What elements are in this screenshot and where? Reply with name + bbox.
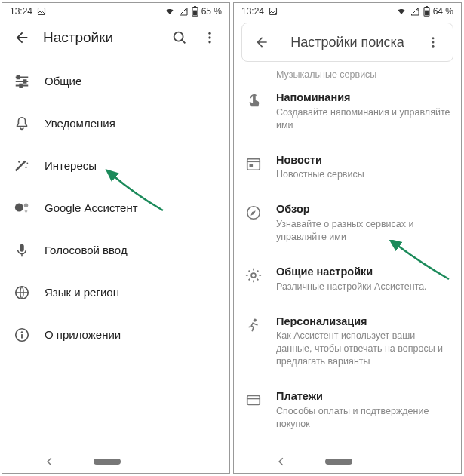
tune-icon <box>13 72 31 91</box>
item-title: Персонализация <box>276 315 450 329</box>
item-label: Google Ассистент <box>45 201 219 216</box>
svg-rect-3 <box>194 6 196 8</box>
item-subtitle: Новостные сервисы <box>276 168 450 181</box>
info-icon <box>13 326 31 344</box>
clock: 13:24 <box>10 6 32 17</box>
settings-item-reminders[interactable]: Напоминания Создавайте напоминания и упр… <box>234 80 461 143</box>
svg-rect-18 <box>20 244 24 252</box>
item-title: Платежи <box>276 389 450 404</box>
svg-rect-22 <box>21 334 23 339</box>
settings-item-payments[interactable]: Платежи Способы оплаты и подтверждение п… <box>234 379 461 441</box>
toolbar: Настройки поиска <box>241 23 453 62</box>
wifi-icon <box>396 7 407 16</box>
settings-item-overview[interactable]: Обзор Узнавайте о разных сервисах и упра… <box>234 192 461 254</box>
nav-bar <box>234 450 461 473</box>
item-title: Обзор <box>276 202 450 217</box>
svg-rect-31 <box>247 158 260 170</box>
status-bar: 13:24 x 65 % <box>2 3 229 20</box>
settings-item-general[interactable]: Общие настройки Различные настройки Асси… <box>234 254 461 304</box>
svg-rect-4 <box>193 11 197 16</box>
signal-icon: x <box>410 7 420 16</box>
svg-text:x: x <box>416 7 419 11</box>
card-icon <box>244 391 263 409</box>
page-title: Настройки <box>37 29 164 46</box>
nav-bar <box>2 450 229 473</box>
right-phone: 13:24 x 64 % Настройки поиска Му <box>233 2 462 474</box>
svg-point-13 <box>18 161 20 162</box>
nav-home-button[interactable] <box>94 459 121 465</box>
svg-rect-10 <box>24 80 26 83</box>
settings-item-personalization[interactable]: Персонализация Как Ассистент использует … <box>234 304 461 379</box>
settings-item-about[interactable]: О приложении <box>2 314 229 356</box>
partial-prev-item-subtitle: Музыкальные сервисы <box>234 66 461 80</box>
svg-point-7 <box>208 36 210 38</box>
person-run-icon <box>244 316 263 334</box>
settings-item-language[interactable]: Язык и регион <box>2 272 229 314</box>
overflow-button[interactable] <box>195 23 225 53</box>
search-button[interactable] <box>164 23 195 53</box>
settings-item-weather[interactable]: Погода Единицы измерения температуры <box>234 441 461 450</box>
overflow-button[interactable] <box>418 27 448 57</box>
settings-item-news[interactable]: Новости Новостные сервисы <box>234 143 461 192</box>
item-title: Новости <box>276 153 450 167</box>
svg-point-28 <box>432 37 435 39</box>
svg-rect-36 <box>247 396 260 405</box>
item-title: Общие настройки <box>276 265 450 279</box>
settings-item-interests[interactable]: Интересы <box>2 145 229 187</box>
settings-item-assistant[interactable]: Google Ассистент <box>2 187 229 229</box>
nav-home-button[interactable] <box>325 459 352 465</box>
svg-point-14 <box>26 162 28 164</box>
svg-point-34 <box>251 273 256 278</box>
back-button[interactable] <box>7 23 37 53</box>
touch-icon <box>244 92 263 110</box>
item-subtitle: Создавайте напоминания и управляйте ими <box>276 106 450 132</box>
settings-item-voice[interactable]: Голосовой ввод <box>2 229 229 272</box>
page-title: Настройки поиска <box>277 35 418 51</box>
svg-point-35 <box>254 318 257 321</box>
toolbar: Настройки <box>2 20 229 56</box>
svg-point-15 <box>15 204 23 212</box>
svg-point-17 <box>25 210 28 213</box>
svg-point-8 <box>208 41 210 43</box>
today-icon <box>244 155 263 173</box>
svg-point-30 <box>432 45 435 48</box>
nav-back-button[interactable] <box>276 456 287 467</box>
item-label: О приложении <box>45 327 219 342</box>
item-subtitle: Узнавайте о разных сервисах и управляйте… <box>276 218 450 244</box>
battery-icon <box>423 6 430 17</box>
svg-rect-11 <box>20 84 22 88</box>
svg-point-16 <box>24 204 29 208</box>
picture-icon <box>37 7 46 16</box>
globe-icon <box>13 284 31 302</box>
wand-icon <box>13 157 31 175</box>
status-bar: 13:24 x 64 % <box>234 3 461 20</box>
item-label: Голосовой ввод <box>45 243 219 258</box>
item-subtitle: Способы оплаты и подтверждение покупок <box>276 405 450 431</box>
wifi-icon <box>164 7 175 16</box>
svg-point-12 <box>25 167 26 168</box>
signal-icon: x <box>178 7 189 16</box>
battery-icon <box>192 6 198 17</box>
battery-percent: 65 % <box>201 6 222 17</box>
settings-list: Общие Уведомления Интересы Google Ассист… <box>2 56 229 450</box>
item-label: Интересы <box>45 158 219 174</box>
bell-outline-icon <box>13 115 31 133</box>
back-button[interactable] <box>247 27 277 57</box>
battery-percent: 64 % <box>433 6 453 17</box>
picture-icon <box>269 7 278 16</box>
svg-rect-26 <box>426 6 428 8</box>
svg-rect-32 <box>250 164 254 167</box>
clock: 13:24 <box>241 6 264 17</box>
item-label: Язык и регион <box>45 285 219 300</box>
compass-icon <box>244 204 263 222</box>
svg-rect-9 <box>17 76 20 79</box>
svg-text:x: x <box>185 7 187 11</box>
nav-back-button[interactable] <box>45 456 55 467</box>
item-title: Напоминания <box>276 91 450 105</box>
item-subtitle: Различные настройки Ассистента. <box>276 281 450 293</box>
settings-item-notifications[interactable]: Уведомления <box>2 103 229 145</box>
item-subtitle: Как Ассистент использует ваши данные, чт… <box>276 330 450 368</box>
settings-item-general[interactable]: Общие <box>2 60 229 103</box>
svg-rect-0 <box>38 8 45 15</box>
settings-list: Музыкальные сервисы Напоминания Создавай… <box>234 62 461 450</box>
